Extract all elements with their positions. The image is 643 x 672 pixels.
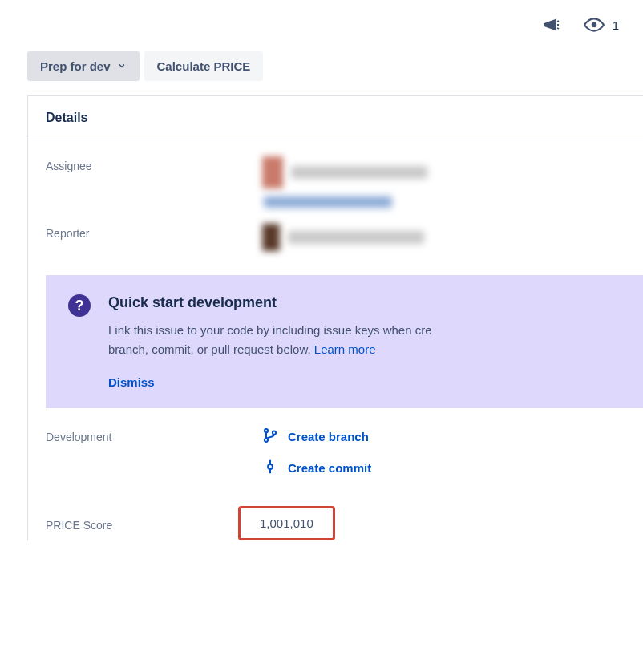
info-title: Quick start development — [108, 294, 621, 311]
svg-point-2 — [265, 439, 268, 442]
watch-count: 1 — [613, 18, 619, 32]
action-row: Prep for dev Calculate PRICE — [0, 51, 643, 81]
watch-button[interactable]: 1 — [584, 14, 619, 35]
link-label: Create branch — [288, 430, 369, 443]
svg-point-3 — [273, 431, 276, 435]
dismiss-button[interactable]: Dismiss — [108, 375, 621, 389]
create-branch-link[interactable]: Create branch — [262, 427, 371, 446]
calculate-price-button[interactable]: Calculate PRICE — [144, 51, 264, 81]
assignee-label: Assignee — [46, 156, 262, 172]
development-row: Development Create branch — [28, 408, 643, 477]
chevron-down-icon — [117, 59, 127, 73]
quick-start-info: ? Quick start development Link this issu… — [46, 275, 643, 408]
branch-icon — [262, 427, 278, 446]
reporter-label: Reporter — [46, 224, 262, 240]
link-label: Create commit — [288, 461, 371, 475]
prep-for-dev-button[interactable]: Prep for dev — [27, 51, 140, 81]
create-commit-link[interactable]: Create commit — [262, 459, 371, 477]
commit-icon — [262, 459, 278, 477]
assignee-row: Assignee — [28, 140, 643, 208]
svg-point-1 — [265, 429, 268, 432]
question-icon: ? — [68, 294, 91, 317]
button-label: Prep for dev — [40, 59, 111, 73]
svg-point-0 — [591, 22, 596, 28]
button-label: Calculate PRICE — [157, 59, 251, 73]
feedback-icon[interactable] — [542, 15, 561, 34]
learn-more-link[interactable]: Learn more — [314, 342, 376, 356]
assignee-value[interactable] — [262, 156, 625, 208]
reporter-value[interactable] — [262, 224, 625, 251]
price-score-label: PRICE Score — [46, 516, 245, 532]
reporter-row: Reporter — [28, 208, 643, 251]
price-score-row: PRICE Score 1,001,010 — [28, 477, 643, 540]
info-text: Link this issue to your code by includin… — [108, 321, 621, 359]
svg-point-4 — [268, 464, 273, 469]
top-bar: 1 — [0, 14, 643, 51]
details-panel: Details Assignee Reporter — [27, 95, 643, 540]
development-label: Development — [46, 427, 262, 443]
panel-title: Details — [28, 96, 643, 140]
price-score-value: 1,001,010 — [238, 506, 335, 540]
